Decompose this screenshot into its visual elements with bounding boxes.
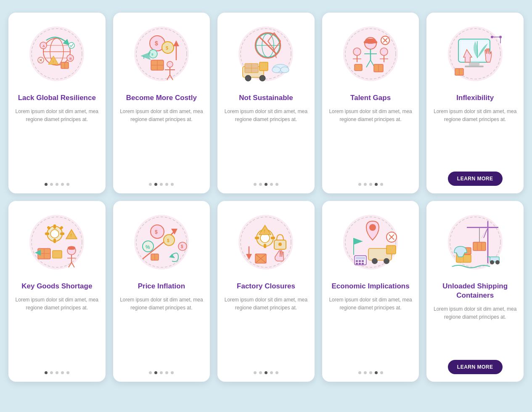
dot xyxy=(369,183,372,186)
card-illustration-7: $ $ % $ xyxy=(128,209,195,276)
card-dots xyxy=(358,371,383,374)
card-price-inflation: $ $ % $ Price Inflation Lorem ipsum dolo… xyxy=(113,201,210,382)
card-illustration-9 xyxy=(337,209,404,276)
svg-rect-164 xyxy=(362,263,364,264)
dot xyxy=(275,371,278,374)
dot xyxy=(45,371,48,374)
card-dots xyxy=(149,183,174,186)
svg-rect-163 xyxy=(359,263,361,264)
dot xyxy=(364,371,367,374)
svg-rect-74 xyxy=(355,64,362,71)
card-title: Inflexibility xyxy=(456,93,494,103)
card-body: Lorem ipsum dolor sit dim amet, mea regi… xyxy=(329,296,413,365)
svg-text:$: $ xyxy=(181,244,183,249)
svg-rect-95 xyxy=(53,224,56,229)
svg-rect-149 xyxy=(386,246,396,254)
svg-rect-98 xyxy=(60,232,64,235)
card-factory-closures: ! Factory Closures Lorem ipsum dolor sit… xyxy=(217,201,315,382)
card-dots xyxy=(358,183,383,186)
card-lack-global-resilience: A B ! Lack Global Resilience Lorem ipsum… xyxy=(8,13,106,193)
card-title: Become More Costly xyxy=(126,93,197,103)
card-body: Lorem ipsum dolor sit dim amet, mea regi… xyxy=(224,296,308,365)
card-title: Factory Closures xyxy=(237,282,295,291)
svg-text:$: $ xyxy=(151,53,154,56)
svg-text:%: % xyxy=(146,244,150,250)
dot xyxy=(66,371,69,374)
card-illustration-6: ! xyxy=(23,209,90,276)
svg-point-139 xyxy=(278,243,282,246)
dot xyxy=(380,183,383,186)
svg-point-147 xyxy=(369,224,376,231)
svg-rect-162 xyxy=(356,263,358,264)
card-dots xyxy=(254,371,278,374)
card-grid: A B ! Lack Global Resilience Lorem ipsum… xyxy=(8,13,524,382)
card-key-goods-shortage: ! Key Goods Shortage Lorem ipsum dolor s… xyxy=(8,201,106,382)
card-body: Lorem ipsum dolor sit dim amet, mea regi… xyxy=(433,305,517,354)
dot xyxy=(165,371,168,374)
card-title: Key Goods Shortage xyxy=(21,282,92,291)
dot xyxy=(254,371,257,374)
svg-rect-61 xyxy=(364,41,377,43)
svg-rect-134 xyxy=(255,237,259,239)
svg-point-48 xyxy=(259,75,265,81)
card-body: Lorem ipsum dolor sit dim amet, mea regi… xyxy=(329,108,413,177)
svg-point-32 xyxy=(167,61,173,67)
svg-rect-172 xyxy=(473,242,486,251)
svg-rect-106 xyxy=(53,251,62,258)
card-unloaded-shipping-containers: Unloaded Shipping Containers Lorem ipsum… xyxy=(426,201,524,382)
svg-rect-46 xyxy=(259,62,268,71)
card-body: Lorem ipsum dolor sit dim amet, mea regi… xyxy=(15,108,99,177)
card-title: Price Inflation xyxy=(138,282,185,291)
svg-rect-135 xyxy=(271,237,275,239)
svg-text:A: A xyxy=(42,44,45,48)
card-illustration-1: A B ! xyxy=(23,20,90,87)
card-title: Lack Global Resilience xyxy=(18,93,96,103)
svg-text:$: $ xyxy=(155,40,158,47)
dot xyxy=(61,183,64,186)
dot xyxy=(364,183,367,186)
svg-point-151 xyxy=(384,258,389,264)
dot xyxy=(171,371,174,374)
card-illustration-10 xyxy=(442,209,509,276)
dot xyxy=(265,183,267,186)
svg-point-114 xyxy=(134,215,189,269)
dot xyxy=(358,183,361,186)
learn-more-button-2[interactable]: LEARN MORE xyxy=(448,360,503,374)
dot xyxy=(369,371,372,374)
dot xyxy=(358,371,361,374)
dot xyxy=(61,371,64,374)
svg-rect-158 xyxy=(356,257,365,259)
svg-point-89 xyxy=(499,36,502,38)
dot xyxy=(56,183,58,186)
svg-rect-96 xyxy=(53,239,56,243)
dot xyxy=(270,371,273,374)
svg-text:!: ! xyxy=(70,233,72,238)
dot xyxy=(50,183,53,186)
learn-more-button-1[interactable]: LEARN MORE xyxy=(448,172,503,186)
svg-point-181 xyxy=(490,260,494,264)
svg-text:!: ! xyxy=(53,60,54,63)
card-illustration-4 xyxy=(337,20,404,87)
svg-point-66 xyxy=(353,48,361,55)
svg-point-15 xyxy=(69,42,74,48)
svg-point-94 xyxy=(50,230,59,238)
card-body: Lorem ipsum dolor sit dim amet, mea regi… xyxy=(433,108,517,166)
svg-point-56 xyxy=(281,67,289,73)
card-not-sustainable: Not Sustainable Lorem ipsum dolor sit di… xyxy=(217,13,315,193)
svg-point-90 xyxy=(491,36,493,38)
card-body: Lorem ipsum dolor sit dim amet, mea regi… xyxy=(120,108,204,177)
dot xyxy=(259,371,262,374)
svg-point-47 xyxy=(245,75,251,81)
svg-point-69 xyxy=(380,48,388,55)
svg-point-182 xyxy=(495,260,500,264)
card-illustration-3 xyxy=(232,20,299,87)
svg-text:$: $ xyxy=(166,45,168,50)
svg-rect-160 xyxy=(359,260,361,262)
card-economic-implications: Economic Implications Lorem ipsum dolor … xyxy=(322,201,419,382)
dot xyxy=(56,371,58,374)
card-body: Lorem ipsum dolor sit dim amet, mea regi… xyxy=(120,296,204,365)
dot xyxy=(254,183,257,186)
svg-rect-82 xyxy=(469,62,479,66)
dot xyxy=(160,371,163,374)
dot xyxy=(265,371,267,374)
